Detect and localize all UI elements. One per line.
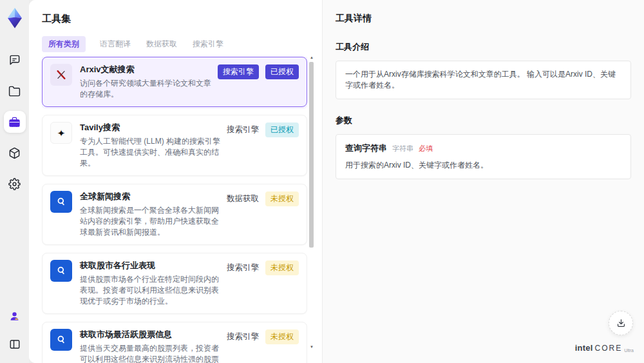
tool-name: 获取股市各行业表现	[80, 260, 222, 271]
tool-badges: 搜索引擎 未授权	[227, 329, 299, 344]
tool-description: 全球新闻搜索是一个聚合全球各大新闻网站内容的搜索引擎，帮助用户快速获取全球最新资…	[80, 205, 222, 238]
scrollbar-down-arrow[interactable]: ▼	[308, 345, 315, 349]
category-tab-0[interactable]: 所有类别	[42, 36, 86, 52]
package-icon[interactable]	[4, 142, 26, 164]
intel-core-logo: intel CORE Ultra	[575, 343, 634, 353]
tool-card-main: Arxiv文献搜索 访问各个研究领域大量科学论文和文章的存储库。	[80, 64, 213, 100]
tool-badges: 数据获取 未授权	[227, 191, 299, 206]
juhe-tool-icon	[50, 191, 72, 213]
param-head: 查询字符串 字符串 必填	[345, 142, 621, 154]
tool-card-main: 全球新闻搜索 全球新闻搜索是一个聚合全球各大新闻网站内容的搜索引擎，帮助用户快速…	[80, 191, 222, 238]
param-required-badge: 必填	[419, 144, 433, 153]
ultra-wordmark: Ultra	[624, 348, 634, 353]
chat-icon[interactable]	[4, 49, 26, 71]
tool-list: Arxiv文献搜索 访问各个研究领域大量科学论文和文章的存储库。 搜索引擎 已授…	[42, 57, 307, 363]
param-box: 查询字符串 字符串 必填 用于搜索的Arxiv ID、关键字或作者姓名。	[336, 134, 631, 179]
tool-card[interactable]: ✦ Tavily搜索 专为人工智能代理 (LLM) 构建的搜索引擎工具。可快速提…	[42, 115, 307, 176]
download-icon	[616, 318, 627, 329]
tool-badges: 搜索引擎 已授权	[227, 123, 299, 137]
app-logo-icon	[4, 5, 26, 31]
tool-name: Arxiv文献搜索	[80, 64, 213, 75]
tool-category-badge: 搜索引擎	[227, 124, 259, 135]
category-tab-3[interactable]: 搜索引擎	[191, 36, 225, 52]
app-window: 工具集 所有类别 语言翻译 数据获取 搜索引擎 Arxiv文献搜索 访问各个研究…	[0, 0, 644, 363]
scrollbar-up-arrow[interactable]: ▲	[308, 55, 315, 59]
tool-status-badge: 已授权	[265, 64, 299, 79]
intro-box: 一个用于从Arxiv存储库搜索科学论文和文章的工具。 输入可以是Arxiv ID…	[336, 61, 631, 99]
rail-nav	[4, 49, 26, 195]
category-tab-1[interactable]: 语言翻译	[99, 36, 132, 52]
tool-name: 全球新闻搜索	[80, 191, 222, 202]
tool-description: 提供当天交易量最高的股票列表，投资者可以利用这些信息来识别流动性强的股票和潜在的…	[80, 343, 222, 363]
intel-wordmark: intel	[575, 343, 593, 353]
settings-gear-icon[interactable]	[4, 173, 26, 195]
download-button[interactable]	[609, 311, 633, 335]
folder-icon[interactable]	[4, 80, 26, 102]
params-heading: 参数	[336, 115, 631, 126]
tool-status-badge: 未授权	[265, 260, 299, 275]
juhe-tool-icon	[50, 329, 72, 351]
tool-status-badge: 未授权	[265, 329, 299, 344]
category-tab-2[interactable]: 数据获取	[145, 36, 178, 52]
category-tabs: 所有类别 语言翻译 数据获取 搜索引擎	[42, 36, 225, 52]
param-name: 查询字符串	[345, 142, 387, 154]
tool-name: Tavily搜索	[80, 122, 222, 133]
detail-title: 工具详情	[336, 13, 631, 25]
param-description: 用于搜索的Arxiv ID、关键字或作者姓名。	[345, 160, 621, 171]
user-avatar-icon[interactable]	[4, 305, 26, 327]
core-wordmark: CORE	[595, 344, 623, 353]
tool-card-main: 获取市场最活跃股票信息 提供当天交易量最高的股票列表，投资者可以利用这些信息来识…	[80, 329, 222, 363]
rail-bottom	[4, 305, 26, 355]
tool-name: 获取市场最活跃股票信息	[80, 329, 222, 340]
toolset-title: 工具集	[42, 13, 71, 25]
tool-badges: 搜索引擎 未授权	[227, 260, 299, 275]
scrollbar-thumb[interactable]	[309, 62, 314, 248]
tool-category-badge: 数据获取	[227, 193, 259, 204]
intro-heading: 工具介绍	[336, 41, 631, 53]
toolset-panel: 工具集 所有类别 语言翻译 数据获取 搜索引擎 Arxiv文献搜索 访问各个研究…	[29, 0, 322, 363]
tool-detail-panel: 工具详情 工具介绍 一个用于从Arxiv存储库搜索科学论文和文章的工具。 输入可…	[322, 0, 644, 363]
tool-list-scrollbar[interactable]: ▲ ▼	[308, 55, 315, 358]
tool-card-main: Tavily搜索 专为人工智能代理 (LLM) 构建的搜索引擎工具。可快速提供实…	[80, 122, 222, 169]
tool-description: 专为人工智能代理 (LLM) 构建的搜索引擎工具。可快速提供实时、准确和真实的结…	[80, 136, 222, 169]
tool-category-badge: 搜索引擎	[227, 262, 259, 273]
main-surface: 工具集 所有类别 语言翻译 数据获取 搜索引擎 Arxiv文献搜索 访问各个研究…	[29, 0, 644, 363]
juhe-tool-icon	[50, 260, 72, 282]
arxiv-tool-icon	[50, 64, 72, 86]
tool-badges: 搜索引擎 已授权	[218, 64, 299, 79]
icon-rail	[0, 0, 29, 363]
tool-card[interactable]: 获取股市各行业表现 提供股票市场各个行业在特定时间段内的表现。投资者可以利用这些…	[42, 253, 307, 314]
toolbox-icon-active[interactable]	[4, 111, 26, 133]
tool-description: 访问各个研究领域大量科学论文和文章的存储库。	[80, 78, 213, 100]
tool-card-main: 获取股市各行业表现 提供股票市场各个行业在特定时间段内的表现。投资者可以利用这些…	[80, 260, 222, 307]
tool-status-badge: 未授权	[265, 191, 299, 206]
tool-card[interactable]: 全球新闻搜索 全球新闻搜索是一个聚合全球各大新闻网站内容的搜索引擎，帮助用户快速…	[42, 184, 307, 245]
tool-card[interactable]: 获取市场最活跃股票信息 提供当天交易量最高的股票列表，投资者可以利用这些信息来识…	[42, 322, 307, 363]
param-type: 字符串	[392, 144, 413, 153]
panel-toggle-icon[interactable]	[4, 333, 26, 355]
tool-category-badge: 搜索引擎	[227, 331, 259, 342]
tavily-tool-icon: ✦	[50, 122, 72, 144]
tool-description: 提供股票市场各个行业在特定时间段内的表现。投资者可以利用这些信息来识别表现优于或…	[80, 274, 222, 307]
tool-status-badge: 已授权	[265, 123, 299, 137]
tool-card[interactable]: Arxiv文献搜索 访问各个研究领域大量科学论文和文章的存储库。 搜索引擎 已授…	[42, 57, 307, 107]
tool-category-badge: 搜索引擎	[218, 64, 259, 79]
